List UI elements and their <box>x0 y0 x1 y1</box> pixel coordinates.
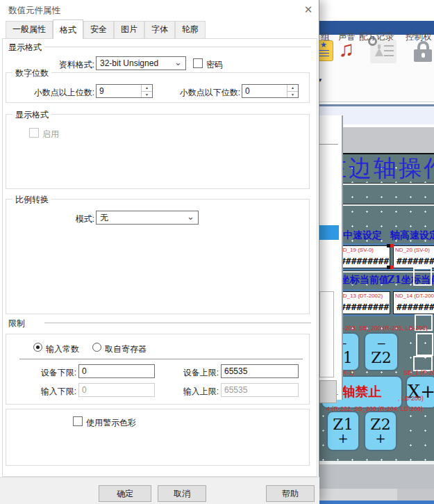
spin-down-icon[interactable]: ▼ <box>287 92 298 98</box>
device-low-input[interactable] <box>78 364 155 378</box>
hmi-label-coord-current[interactable]: 坐标当前值 <box>340 274 389 286</box>
dialog-title: 数值元件属性 <box>8 5 60 17</box>
cancel-button[interactable]: 取消 <box>158 485 206 502</box>
enable-checkbox <box>29 128 39 138</box>
limit-header: 限制 <box>7 318 26 330</box>
group-lines-icon <box>318 50 329 57</box>
int-digits-stepper[interactable]: 9 ▲ ▼ <box>96 84 153 98</box>
help-button[interactable]: 帮助 <box>266 485 315 502</box>
element-value: ######### <box>340 302 389 312</box>
toolbar-item-sound[interactable]: 声音 <box>338 31 356 43</box>
outline-shape <box>413 268 432 286</box>
numeric-element-properties-dialog: 数值元件属性 ✕ 一般属性 格式 安全 图片 字体 轮廓 显示格式 资料格式: … <box>0 0 319 504</box>
spin-up-icon[interactable]: ▲ <box>142 85 152 92</box>
mode-label: 模式: <box>62 213 94 225</box>
element-annotation: 2 (R-203, SB_200 (R-205, LB-200) <box>331 325 428 332</box>
device-low-label: 设备下限: <box>31 367 76 379</box>
password-label: 密码 <box>206 59 223 71</box>
input-high-label: 输入上限: <box>174 386 219 398</box>
tab-format[interactable]: 格式 <box>53 19 83 39</box>
tab-general[interactable]: 一般属性 <box>6 21 53 38</box>
input-constant-label: 输入常数 <box>46 343 79 355</box>
use-warning-colors-checkbox[interactable] <box>73 416 83 426</box>
numeric-display-nd19[interactable]: ND_19 (SV-0) ######### <box>337 245 390 268</box>
password-checkbox[interactable] <box>193 58 203 68</box>
recipe-record-icon[interactable] <box>370 40 397 63</box>
selection-handle[interactable] <box>390 266 394 269</box>
toolbar-item-control-right[interactable]: 控制权 <box>406 31 432 43</box>
panel-field <box>319 291 334 377</box>
element-tag: ND_20 (SV-0) <box>395 247 430 253</box>
int-digits-label: 小数点以上位数: <box>21 87 94 99</box>
element-value: ######### <box>397 302 434 312</box>
device-high-input[interactable] <box>221 364 299 378</box>
element-tag: ND_19 (SV-0) <box>339 247 374 253</box>
hmi-button-z1-plus[interactable]: Z1 + <box>326 411 360 451</box>
hmi-label-axis-high[interactable]: 轴高速设定 <box>390 229 434 242</box>
tab-picture[interactable]: 图片 <box>114 21 144 38</box>
device-high-label: 设备上限: <box>174 367 219 379</box>
mode-select[interactable]: 无 ⌄ <box>96 211 199 225</box>
chevron-down-icon: ⌄ <box>174 57 182 67</box>
ok-button[interactable]: 确定 <box>99 485 151 502</box>
warning-group <box>6 409 310 466</box>
enable-label: 启用 <box>42 129 59 140</box>
numeric-display-nd14[interactable]: ND_14 (DT-2004 ######### <box>393 291 434 314</box>
background-panel <box>317 115 343 400</box>
tab-security[interactable]: 安全 <box>83 21 114 38</box>
outline-shape <box>416 333 433 356</box>
input-constant-radio[interactable] <box>33 343 42 352</box>
spin-down-icon[interactable]: ▼ <box>142 92 152 98</box>
panel-button <box>319 380 337 403</box>
toolbar-item-recipe-record[interactable]: 配方记录 <box>359 31 394 43</box>
input-high-input <box>221 383 299 397</box>
hmi-button-z2-plus[interactable]: Z2 + <box>364 411 397 451</box>
element-annotation: , LB-200) <box>398 395 424 402</box>
element-tag: ND_14 (DT-2004 <box>395 293 434 299</box>
frac-digits-stepper[interactable]: 0 ▲ ▼ <box>242 84 299 98</box>
element-value: ######### <box>397 256 434 266</box>
tab-font[interactable]: 字体 <box>144 21 175 38</box>
close-icon[interactable]: ✕ <box>301 3 316 17</box>
element-value: ######### <box>340 256 389 266</box>
from-register-radio[interactable] <box>92 343 101 352</box>
from-register-label: 取自寄存器 <box>105 343 147 355</box>
panel-blue-swatch <box>319 225 339 240</box>
data-format-select[interactable]: 32-bit Unsigned ⌄ <box>96 56 186 70</box>
input-low-label: 输入下限: <box>31 386 76 398</box>
display-format-header: 显示格式 <box>7 42 43 54</box>
numeric-display-nd13[interactable]: ND_13 (DT-2002) ######### <box>337 291 390 314</box>
tab-bar: 一般属性 格式 安全 图片 字体 轮廓 <box>6 23 206 38</box>
element-annotation: 4 (R-202, SB_200 (R-204, LB-200) <box>326 405 423 412</box>
selection-handle[interactable] <box>390 244 394 247</box>
chevron-down-icon: ⌄ <box>187 211 194 222</box>
spin-up-icon[interactable]: ▲ <box>287 85 298 92</box>
display-toggle-group: 显示格式 <box>6 114 310 189</box>
numeric-display-nd20[interactable]: ND_20 (SV-0) ######### <box>393 245 434 268</box>
toolbar-item-group[interactable]: 组 <box>321 31 330 43</box>
element-annotation: SB_1 (R-200, LB <box>403 369 434 376</box>
element-tag: ND_13 (DT-2002) <box>339 293 383 299</box>
hmi-button-z2-minus[interactable]: − Z2 <box>364 332 399 371</box>
use-warning-colors-label: 使用警示色彩 <box>86 417 136 429</box>
tab-outline[interactable]: 轮廓 <box>175 21 206 38</box>
hmi-button-x-plus[interactable]: X+ <box>406 375 434 409</box>
input-low-input <box>78 383 155 397</box>
frac-digits-label: 小数点以下位数: <box>167 87 240 99</box>
